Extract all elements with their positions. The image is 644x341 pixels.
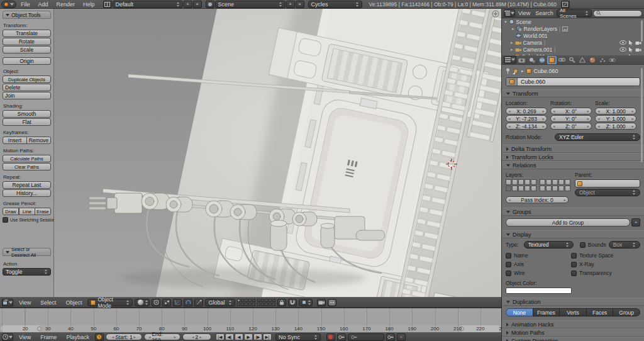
viewport-3d[interactable] [54, 9, 501, 297]
jump-to-end-button[interactable]: ▶| [263, 333, 272, 340]
cursor-select-icon[interactable] [628, 40, 633, 45]
current-frame-field[interactable]: ◂2▸ [182, 333, 211, 340]
menu-frame[interactable]: Frame [36, 334, 60, 340]
calculate-paths-button[interactable]: Calculate Paths [3, 155, 51, 162]
gp-line-button[interactable]: Line [19, 208, 35, 215]
name-checkbox[interactable] [506, 253, 511, 259]
pin-icon[interactable] [506, 68, 510, 74]
tab-constraints[interactable] [557, 56, 567, 64]
outliner-row-world[interactable]: World.001 [502, 32, 644, 39]
menu-render[interactable]: Render [53, 1, 79, 8]
menu-add[interactable]: Add [35, 1, 52, 8]
transparency-checkbox[interactable] [571, 271, 577, 276]
screen-layout-icon[interactable] [103, 1, 112, 8]
panel-transform[interactable]: Transform [502, 89, 644, 98]
rotate-button[interactable]: Rotate [3, 38, 51, 45]
eye-icon[interactable] [619, 47, 626, 52]
location-z-field[interactable]: ◂Z: -4.134▸ [506, 123, 547, 130]
duplicate-objects-button[interactable]: Duplicate Objects [3, 75, 51, 83]
outliner-row-camera[interactable]: ▸ Camera | [502, 39, 644, 46]
manipulator-translate-toggle[interactable] [173, 299, 182, 306]
display-filter-select[interactable]: All Scenes [557, 9, 592, 17]
tab-particles[interactable] [597, 56, 607, 64]
menu-view[interactable]: View [15, 299, 35, 306]
sketching-sessions-checkbox[interactable] [3, 217, 8, 223]
join-button[interactable]: Join [3, 92, 51, 99]
repeat-last-button[interactable]: Repeat Last [3, 181, 51, 189]
eye-icon[interactable] [619, 40, 626, 45]
duplication-none-button[interactable]: None [506, 308, 533, 316]
timeline-editor[interactable]: 2030405060708090100110120130140150160170… [0, 308, 501, 332]
remove-keyframe-button[interactable]: Remove [26, 137, 51, 144]
tab-modifiers[interactable] [567, 56, 577, 64]
expander-icon[interactable]: ▸ [511, 47, 513, 52]
sync-mode-select[interactable]: No Sync [275, 333, 321, 341]
origin-button[interactable]: Origin [3, 57, 51, 65]
insert-keyframe-button[interactable] [386, 333, 395, 341]
object-color-swatch[interactable] [506, 288, 572, 294]
menu-help[interactable]: Help [79, 1, 99, 8]
panel-duplication[interactable]: Duplication [502, 298, 644, 306]
jump-prev-keyframe-button[interactable]: ◀| [225, 333, 234, 340]
location-x-field[interactable]: ◂X: 0.269▸ [506, 108, 547, 115]
autokey-mode-button[interactable] [337, 333, 346, 341]
panel-animation-hacks[interactable]: Animation Hacks [502, 320, 644, 328]
panel-motion-paths[interactable]: Motion Paths [502, 328, 644, 337]
panel-custom-properties[interactable]: Custom Properties [502, 337, 644, 341]
expander-icon[interactable]: ▸ [512, 26, 514, 31]
shading-select[interactable] [135, 299, 150, 306]
scene-browse-icon[interactable] [206, 1, 214, 8]
layers-grid-right[interactable] [257, 299, 275, 306]
delete-scene-button[interactable]: × [296, 1, 304, 8]
menu-file[interactable]: File [17, 1, 34, 8]
layers-gr id-right[interactable] [540, 179, 570, 191]
snap-element-select[interactable] [299, 299, 313, 306]
tab-scene[interactable] [527, 56, 536, 64]
wire-checkbox[interactable] [506, 271, 511, 276]
clear-paths-button[interactable]: Clear Paths [3, 163, 51, 170]
action-select[interactable]: Toggle [3, 268, 51, 276]
snap-toggle[interactable] [288, 299, 297, 306]
duplication-faces-button[interactable]: Faces [586, 308, 614, 316]
viewport-canvas[interactable] [54, 9, 501, 297]
add-scene-button[interactable]: + [286, 1, 295, 8]
xray-checkbox[interactable] [571, 262, 577, 267]
rotation-z-field[interactable]: ◂Z: 0°▸ [550, 123, 592, 130]
panel-groups[interactable]: Groups [502, 208, 644, 216]
properties-scrollbar[interactable] [641, 68, 643, 162]
blender-logo-button[interactable] [1, 1, 16, 8]
parent-field[interactable] [575, 179, 640, 187]
mode-select[interactable]: Object Mode [87, 299, 133, 306]
panel-select-deselect[interactable]: Select or Deselect All [3, 248, 51, 256]
rotation-y-field[interactable]: ◂Y: 0°▸ [550, 115, 592, 122]
manipulator-rotate-toggle[interactable] [184, 299, 192, 306]
manipulator-scale-toggle[interactable] [194, 299, 203, 306]
outliner-row-scene[interactable]: ▾ Scene [502, 18, 644, 25]
tab-material[interactable] [587, 56, 597, 64]
render-restrict-icon[interactable] [635, 47, 641, 52]
layers-grid-left[interactable] [506, 179, 536, 191]
rotation-x-field[interactable]: ◂X: 0°▸ [550, 108, 592, 115]
region-corner-icon[interactable] [492, 11, 499, 17]
history-button[interactable]: History... [3, 189, 51, 197]
duplication-verts-button[interactable]: Verts [559, 308, 587, 316]
bounds-type-select[interactable]: Box [609, 241, 640, 249]
rotation-mode-select[interactable]: XYZ Euler [555, 133, 640, 141]
play-reverse-button[interactable]: ◀ [235, 333, 243, 340]
tab-object[interactable] [547, 56, 557, 64]
jump-next-keyframe-button[interactable]: |▶ [253, 333, 262, 340]
editor-type-button[interactable] [2, 299, 13, 306]
scale-z-field[interactable]: ◂Z: 1.000▸ [595, 123, 636, 130]
texture-space-checkbox[interactable] [571, 253, 577, 259]
scene-select[interactable]: Scene [215, 1, 286, 8]
play-button[interactable]: ▶ [244, 333, 253, 340]
menu-view[interactable]: View [516, 10, 532, 16]
scale-y-field[interactable]: ◂Y: 1.000▸ [595, 115, 636, 122]
frame-end-field[interactable]: ◂End: 250▸ [144, 333, 180, 340]
display-type-select[interactable]: Textured [524, 241, 574, 249]
jump-to-start-button[interactable]: |◀ [216, 333, 225, 340]
outliner-scrollbar[interactable] [641, 20, 643, 42]
render-engine-select[interactable]: Cycles [308, 1, 362, 8]
delete-keyframe-button[interactable]: × [397, 333, 406, 341]
delete-layout-button[interactable]: × [193, 1, 202, 8]
